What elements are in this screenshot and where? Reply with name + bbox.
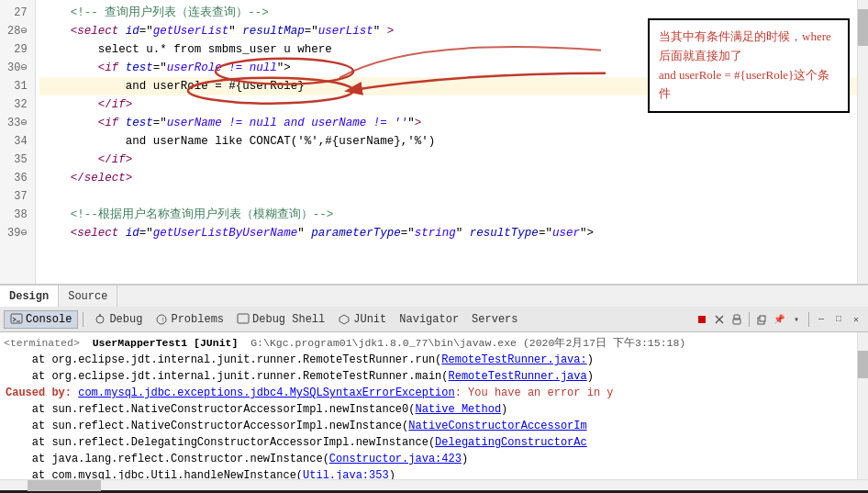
- ln-34: 34: [7, 132, 28, 151]
- ln-28: 28⊖: [7, 22, 28, 40]
- console-line-3: at sun.reflect.NativeConstructorAccessor…: [4, 401, 864, 418]
- code-line-34: and userName like CONCAT('%',#{userName}…: [39, 132, 868, 151]
- ln-37: 37: [7, 187, 28, 206]
- console-line-7: at com.mysql.jdbc.Util.handleNewInstance…: [4, 467, 864, 479]
- console-terminated-header: <terminated> UserMapperTest1 [JUnit] G:\…: [4, 334, 864, 352]
- line-numbers: 27 28⊖ 29 30⊖ 31 32 33⊖ 34 35 36 37 38 3…: [0, 0, 36, 284]
- view-menu-button[interactable]: ▾: [788, 311, 805, 328]
- console-icon: [10, 313, 23, 326]
- pin-button[interactable]: 📌: [771, 311, 787, 328]
- debug-tab-item[interactable]: Debug: [88, 311, 148, 328]
- source-tab-label: Source: [68, 290, 107, 303]
- bottom-panel: Console Debug ! Problems: [0, 307, 868, 490]
- console-hscrollbar[interactable]: [0, 479, 868, 490]
- problems-tab-item[interactable]: ! Problems: [150, 311, 229, 328]
- design-tab[interactable]: Design: [0, 286, 59, 308]
- console-toolbar: Console Debug ! Problems: [0, 307, 868, 332]
- console-line-1: at org.eclipse.jdt.internal.junit.runner…: [4, 352, 864, 368]
- svg-text:!: !: [161, 317, 165, 324]
- link-mysql-exception[interactable]: com.mysql.jdbc.exceptions.jdbc4.MySQLSyn…: [78, 387, 454, 399]
- code-line-35: </if>: [39, 151, 868, 169]
- junit-tab-item[interactable]: JUnit: [332, 311, 392, 328]
- console-tab-item[interactable]: Console: [4, 310, 78, 329]
- debug-shell-icon: [237, 313, 250, 326]
- navigator-tab-item[interactable]: Navigator: [394, 311, 464, 328]
- editor-vscrollbar[interactable]: [857, 0, 868, 284]
- debug-shell-tab-item[interactable]: Debug Shell: [231, 311, 330, 328]
- debug-shell-label: Debug Shell: [252, 313, 325, 326]
- minimize-button[interactable]: —: [813, 311, 829, 328]
- console-line-2: at org.eclipse.jdt.internal.junit.runner…: [4, 368, 864, 385]
- ln-39: 39⊖: [7, 224, 28, 242]
- toolbar-sep-1: [83, 312, 83, 327]
- editor-area: 27 28⊖ 29 30⊖ 31 32 33⊖ 34 35 36 37 38 3…: [0, 0, 868, 285]
- servers-label: Servers: [472, 313, 517, 326]
- code-line-38: <!--根据用户名称查询用户列表（模糊查询）-->: [39, 206, 868, 224]
- problems-icon: !: [155, 313, 168, 326]
- servers-tab-item[interactable]: Servers: [466, 311, 523, 328]
- link-delegatingconstructor[interactable]: DelegatingConstructorAc: [435, 436, 587, 449]
- ln-38: 38: [7, 206, 28, 224]
- console-label: Console: [26, 313, 72, 326]
- problems-label: Problems: [171, 313, 224, 326]
- toolbar-right-buttons: 📌 ▾ — □ ✕: [694, 311, 864, 328]
- console-line-5: at sun.reflect.DelegatingConstructorAcce…: [4, 434, 864, 451]
- code-line-39: <select id="getUserListByUserName" param…: [39, 224, 868, 242]
- console-vscrollbar[interactable]: [857, 332, 868, 479]
- console-output: <terminated> UserMapperTest1 [JUnit] G:\…: [0, 332, 868, 479]
- debug-icon: [94, 313, 106, 326]
- link-util[interactable]: Util.java:353: [303, 469, 389, 479]
- copy-button[interactable]: [753, 311, 770, 328]
- debug-label: Debug: [109, 313, 142, 326]
- link-constructor[interactable]: Constructor.java:423: [329, 453, 462, 465]
- app-container: 27 28⊖ 29 30⊖ 31 32 33⊖ 34 35 36 37 38 3…: [0, 0, 868, 493]
- ln-27: 27: [7, 4, 28, 22]
- junit-icon: [338, 313, 351, 326]
- code-line-37: [39, 187, 868, 206]
- svg-rect-9: [238, 314, 249, 323]
- console-line-6: at java.lang.reflect.Constructor.newInst…: [4, 451, 864, 467]
- source-tab[interactable]: Source: [59, 286, 117, 308]
- link-native-method[interactable]: Native Method: [415, 403, 501, 416]
- link-remotetest-main[interactable]: RemoteTestRunner.java: [448, 370, 586, 383]
- console-line-4: at sun.reflect.NativeConstructorAccessor…: [4, 418, 864, 434]
- link-remotetest-run[interactable]: RemoteTestRunner.java:: [441, 353, 586, 366]
- ln-29: 29: [7, 40, 28, 59]
- junit-label: JUnit: [353, 313, 386, 326]
- console-line-caused-by: Caused by: com.mysql.jdbc.exceptions.jdb…: [4, 385, 864, 401]
- stop-button[interactable]: [694, 311, 710, 328]
- clear-button[interactable]: [711, 311, 728, 328]
- design-tab-label: Design: [9, 290, 49, 303]
- navigator-label: Navigator: [399, 313, 459, 326]
- scroll-lock-button[interactable]: [729, 311, 745, 328]
- ln-36: 36: [7, 169, 28, 187]
- ln-32: 32: [7, 95, 28, 114]
- annotation-text: 当其中有条件满足的时候，where后面就直接加了and userRole = #…: [659, 29, 831, 100]
- editor-tabs-bar: Design Source: [0, 285, 868, 307]
- ln-30: 30⊖: [7, 59, 28, 77]
- close-console-button[interactable]: ✕: [848, 311, 864, 328]
- ln-35: 35: [7, 151, 28, 169]
- svg-rect-10: [698, 316, 706, 323]
- ln-33: 33⊖: [7, 114, 28, 132]
- code-line-33: <if test="userName != null and userName …: [39, 114, 868, 132]
- annotation-box: 当其中有条件满足的时候，where后面就直接加了and userRole = #…: [648, 18, 850, 113]
- code-line-36: </select>: [39, 169, 868, 187]
- link-nativeconstructor[interactable]: NativeConstructorAccessorIm: [408, 420, 586, 432]
- ln-31: 31: [7, 77, 28, 95]
- maximize-button[interactable]: □: [830, 311, 847, 328]
- svg-rect-16: [760, 316, 765, 321]
- svg-point-5: [96, 316, 104, 323]
